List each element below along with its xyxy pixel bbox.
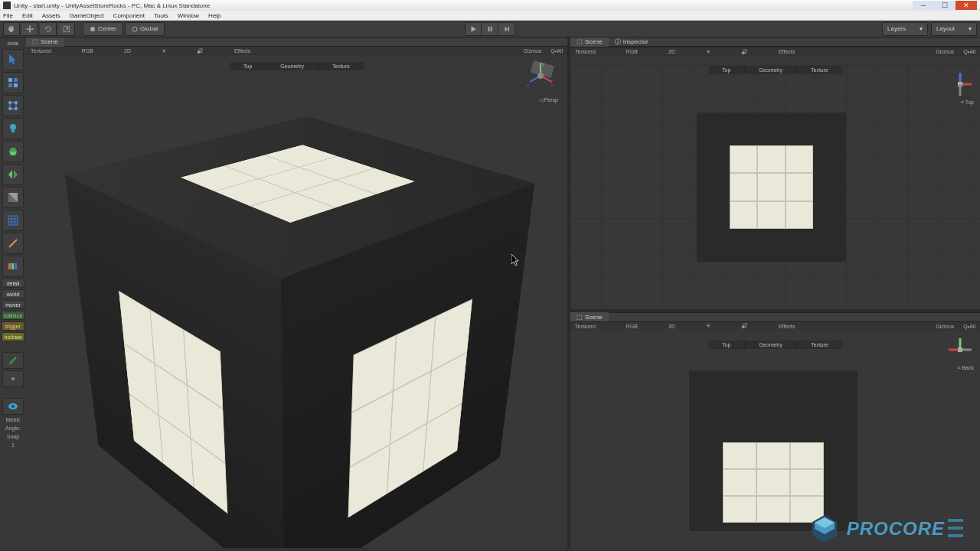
visibility-tool[interactable] [2, 398, 24, 415]
mirror-tool[interactable] [2, 164, 24, 185]
svg-rect-45 [948, 527, 963, 530]
menu-file[interactable]: File [3, 12, 13, 19]
vertices-tool[interactable] [2, 95, 24, 116]
right-tab-bar: ⬚Scene ⓘInspector [570, 37, 980, 47]
dim-toggle[interactable]: 2D [124, 48, 131, 54]
svg-rect-5 [508, 26, 508, 31]
light-toggle[interactable]: ☀ [162, 48, 166, 54]
space-toggle[interactable]: Global [125, 22, 165, 36]
move-tool[interactable] [21, 22, 38, 36]
right-pane: ⬚Scene ⓘInspector Textured RGB 2D ☀ 🔊 Ef… [570, 37, 980, 548]
menu-tools[interactable]: Tools [154, 12, 168, 19]
minimize-button[interactable]: ─ [913, 1, 934, 10]
svg-rect-3 [488, 26, 489, 31]
snap-label: Snap [7, 433, 19, 440]
svg-rect-4 [490, 26, 492, 31]
ortho2-tab-bar: ⬚Scene [570, 313, 980, 322]
menu-edit[interactable]: Edit [22, 12, 33, 19]
inspector-icon: ⓘ [615, 37, 621, 46]
ortho-view-top[interactable]: Textured RGB 2D ☀ 🔊 Effects GizmosQ•All … [570, 47, 980, 309]
svg-rect-15 [11, 130, 15, 132]
scene-tab-3[interactable]: ⬚Scene [570, 312, 609, 321]
arrow-tool[interactable] [2, 49, 24, 70]
trigger-button[interactable]: trigger [2, 321, 24, 331]
menu-gameobject[interactable]: GameObject [70, 12, 104, 19]
metric-label: Metric [5, 416, 20, 423]
viewport-3d[interactable] [26, 55, 567, 548]
probuilder-toolbar: local detail world mover collision trigg… [0, 37, 26, 548]
pause-button[interactable] [482, 22, 498, 36]
menu-assets[interactable]: Assets [42, 12, 60, 19]
svg-rect-44 [948, 519, 963, 522]
nodraw-button[interactable]: nodraw [2, 332, 24, 341]
search-scene[interactable]: Q•All [550, 48, 563, 54]
effects-dropdown[interactable]: Effects [234, 48, 250, 54]
angle-label: Angle: [5, 425, 21, 432]
scene-icon: ⬚ [577, 38, 583, 45]
gizmos-dropdown[interactable]: Gizmos [524, 48, 542, 54]
ortho1-axis-label[interactable]: ≡ Top [961, 99, 974, 105]
light-tool[interactable] [2, 118, 24, 139]
channel-dropdown[interactable]: RGB [82, 48, 93, 54]
svg-rect-24 [15, 263, 17, 269]
svg-rect-7 [14, 78, 18, 82]
play-button[interactable] [465, 22, 482, 36]
layers-dropdown[interactable]: Layers▾ [882, 22, 928, 36]
line-tool[interactable] [2, 233, 24, 254]
pivot-toggle[interactable]: Center [83, 22, 123, 36]
ortho2-gizmo[interactable] [946, 336, 974, 364]
collision-button[interactable]: collision [2, 311, 24, 320]
play-controls [465, 22, 515, 36]
menu-window[interactable]: Window [178, 12, 199, 19]
ortho2-subbar: Textured RGB 2D ☀ 🔊 Effects GizmosQ•All [570, 322, 980, 331]
detail-button[interactable]: detail [2, 279, 24, 288]
menu-help[interactable]: Help [208, 12, 220, 19]
extrude-tool[interactable] [2, 141, 24, 162]
scene-view-main[interactable]: ⬚Scene Textured RGB 2D ☀ 🔊 Effects Gizmo… [26, 37, 567, 548]
pb-mode-tabs-2: Top Geometry Texture [708, 341, 842, 349]
world-button[interactable]: world [2, 289, 24, 298]
audio-toggle[interactable]: 🔊 [197, 48, 204, 54]
rotate-tool[interactable] [40, 22, 57, 36]
faces-tool[interactable] [2, 72, 24, 93]
brush-tool[interactable] [2, 352, 24, 369]
scene-subbar: Textured RGB 2D ☀ 🔊 Effects Gizmos Q•All [26, 47, 567, 55]
window-title: Unity - start.unity - UnityAssetStoreRoc… [14, 2, 210, 9]
inspector-tab[interactable]: ⓘInspector [609, 37, 655, 47]
svg-point-1 [90, 27, 95, 31]
hand-tool[interactable] [3, 22, 20, 36]
procore-logo-text: PROCORE [847, 518, 945, 540]
grid-tool[interactable] [2, 210, 24, 231]
procore-watermark: PROCORE [808, 513, 966, 545]
maximize-button[interactable]: ☐ [934, 1, 956, 10]
shading-dropdown[interactable]: Textured [31, 48, 51, 54]
svg-rect-43 [958, 347, 962, 352]
svg-rect-23 [11, 263, 14, 269]
procore-logo-icon [808, 513, 841, 545]
scene-tab[interactable]: ⬚Scene [26, 37, 64, 47]
window-controls: ─ ☐ ✕ [913, 1, 977, 10]
svg-rect-22 [8, 263, 11, 269]
scene-icon: ⬚ [32, 38, 38, 45]
close-button[interactable]: ✕ [956, 1, 977, 10]
svg-rect-46 [948, 534, 963, 537]
step-button[interactable] [498, 22, 515, 36]
mover-button[interactable]: mover [2, 300, 24, 309]
shade-tool[interactable] [2, 187, 24, 208]
palette-tool[interactable] [2, 256, 24, 277]
dot-tool[interactable] [2, 370, 24, 387]
layout-dropdown[interactable]: Layout▾ [931, 22, 977, 36]
title-bar: Unity - start.unity - UnityAssetStoreRoc… [0, 0, 980, 11]
ortho2-axis-label[interactable]: ≡ Back [957, 365, 974, 370]
snap-value: 1 [11, 442, 15, 448]
scale-tool[interactable] [58, 22, 75, 36]
scene-tab-2[interactable]: ⬚Scene [570, 37, 609, 47]
main-toolbar: Center Global Layers▾ Layout▾ [0, 21, 980, 37]
mode-label: local [6, 39, 20, 47]
svg-line-21 [9, 240, 17, 247]
scene-tab-bar: ⬚Scene [26, 37, 567, 47]
ortho1-gizmo[interactable] [946, 70, 974, 98]
app-icon [3, 2, 11, 9]
menu-component[interactable]: Component [113, 12, 145, 19]
scene-icon: ⬚ [577, 314, 583, 321]
